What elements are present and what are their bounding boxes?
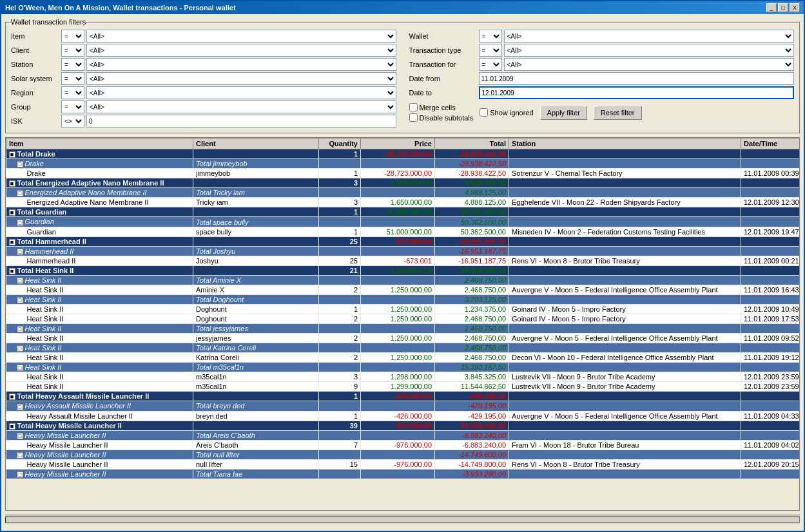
- collapse-icon[interactable]: □: [17, 404, 23, 410]
- collapse-icon[interactable]: □: [17, 161, 23, 167]
- table-row[interactable]: □Heavy Missile Launcher II Total Tiana f…: [6, 469, 800, 479]
- table-row[interactable]: Heat Sink II Doghount 2 1.250.000,00 2.4…: [6, 314, 800, 324]
- horizontal-scrollbar[interactable]: [5, 515, 800, 524]
- cell-client: null lifter: [193, 459, 319, 469]
- filter-client-op[interactable]: =: [61, 44, 84, 57]
- cell-item: ■Total Heat Sink II: [6, 265, 193, 275]
- table-row[interactable]: Heavy Missile Launcher II Areis C'baoth …: [6, 440, 800, 450]
- merge-cells-checkbox-row[interactable]: Merge cells: [409, 103, 474, 111]
- close-button[interactable]: X: [790, 3, 800, 12]
- collapse-icon[interactable]: ■: [9, 268, 15, 274]
- table-row[interactable]: Heat Sink II m35cal1n 3 1.298.000,00 3.8…: [6, 372, 800, 382]
- table-row[interactable]: □Heat Sink II Total m35cal1n 15.390.187,…: [6, 363, 800, 372]
- table-row[interactable]: ■Total Energized Adaptive Nano Membrane …: [6, 178, 800, 188]
- filter-item-value[interactable]: <All>: [86, 30, 396, 43]
- collapse-icon[interactable]: □: [17, 345, 23, 352]
- minimize-button[interactable]: _: [766, 3, 777, 12]
- collapse-icon[interactable]: □: [17, 249, 23, 255]
- table-row[interactable]: ■Total Drake 1 -28.723.000,00 -28.938.42…: [6, 149, 800, 159]
- table-row[interactable]: □Drake Total jimmeybob -28.938.422,50: [6, 159, 800, 169]
- collapse-icon[interactable]: □: [17, 471, 23, 478]
- apply-filter-button[interactable]: Apply filter: [540, 106, 587, 120]
- filter-group-value[interactable]: <All>: [86, 100, 396, 113]
- table-row[interactable]: □Heavy Missile Launcher II Total Areis C…: [6, 430, 800, 440]
- col-header-price[interactable]: Price: [361, 138, 435, 149]
- table-row[interactable]: ■Total Guardian 1 51.000.000,00 50.362.5…: [6, 207, 800, 217]
- filter-solarsystem-value[interactable]: <All>: [86, 72, 396, 85]
- data-table-wrapper[interactable]: Item Client Quantity Price Total Station…: [5, 137, 800, 511]
- table-row[interactable]: □Guardian Total space bully 50.362.500,0…: [6, 217, 800, 227]
- table-row[interactable]: □Heat Sink II Total Aminie X 2.468.750,0…: [6, 275, 800, 285]
- collapse-icon[interactable]: ■: [9, 239, 15, 245]
- filter-station-value[interactable]: <All>: [86, 58, 396, 71]
- table-row[interactable]: ■Total Heavy Assault Missile Launcher II…: [6, 392, 800, 401]
- filter-station-op[interactable]: =: [61, 58, 84, 71]
- disable-subtotals-checkbox-row[interactable]: Disable subtotals: [409, 113, 474, 122]
- collapse-icon[interactable]: ■: [9, 180, 15, 187]
- collapse-icon[interactable]: ■: [9, 394, 15, 400]
- filter-client-value[interactable]: <All>: [86, 44, 396, 57]
- collapse-icon[interactable]: ■: [9, 151, 15, 158]
- filter-transtype-value[interactable]: <All>: [504, 44, 795, 57]
- filter-transtype-op[interactable]: =: [479, 44, 502, 57]
- table-row[interactable]: □Heavy Missile Launcher II Total null li…: [6, 450, 800, 459]
- filter-transfor-op[interactable]: =: [479, 58, 502, 71]
- filter-wallet-value[interactable]: <All>: [504, 30, 795, 43]
- disable-subtotals-checkbox[interactable]: [409, 113, 418, 122]
- table-row[interactable]: □Heavy Assault Missile Launcher II Total…: [6, 401, 800, 411]
- collapse-icon[interactable]: □: [17, 278, 23, 284]
- filter-region-value[interactable]: <All>: [86, 86, 396, 99]
- table-row[interactable]: □Hammerhead II Total Joshyu -16.951.187,…: [6, 246, 800, 256]
- collapse-icon[interactable]: □: [17, 433, 23, 439]
- collapse-icon[interactable]: □: [17, 190, 23, 196]
- collapse-icon[interactable]: □: [17, 297, 23, 303]
- cell-qty: [319, 159, 361, 169]
- col-header-station[interactable]: Station: [509, 138, 741, 149]
- table-row[interactable]: Heavy Assault Missile Launcher II breyn …: [6, 411, 800, 421]
- table-row[interactable]: □Heat Sink II Total Katrina Coreli 2.468…: [6, 343, 800, 353]
- table-row[interactable]: Heavy Missile Launcher II null lifter 15…: [6, 459, 800, 469]
- table-row[interactable]: Heat Sink II m35cal1n 9 1.299.000,00 11.…: [6, 382, 800, 392]
- table-row[interactable]: Heat Sink II Doghount 1 1.250.000,00 1.2…: [6, 305, 800, 314]
- col-header-client[interactable]: Client: [193, 138, 319, 149]
- table-row[interactable]: □Energized Adaptive Nano Membrane II Tot…: [6, 188, 800, 198]
- filter-transfor-value[interactable]: <All>: [504, 58, 795, 71]
- filter-dateto-input[interactable]: [479, 86, 795, 99]
- filter-wallet-op[interactable]: =: [479, 30, 502, 43]
- table-row[interactable]: ■Total Hammerhead II 25 -673.000,00 -16.…: [6, 236, 800, 246]
- collapse-icon[interactable]: ■: [9, 209, 15, 216]
- filter-datefrom-input[interactable]: [479, 72, 795, 85]
- table-row[interactable]: Heat Sink II Aminie X 2 1.250.000,00 2.4…: [6, 285, 800, 294]
- show-ignored-checkbox[interactable]: [480, 108, 488, 117]
- table-row[interactable]: Hammerhead II Joshyu 25 -673.001 -16.951…: [6, 256, 800, 265]
- collapse-icon[interactable]: ■: [9, 423, 15, 430]
- col-header-total[interactable]: Total: [435, 138, 509, 149]
- filter-item-op[interactable]: =: [61, 30, 84, 43]
- table-row[interactable]: ■Total Heavy Missile Launcher II 39 -913…: [6, 421, 800, 430]
- table-row[interactable]: ■Total Heat Sink II 21 1.263.857,14 26.4…: [6, 265, 800, 275]
- collapse-icon[interactable]: □: [17, 326, 23, 332]
- filter-solarsystem-op[interactable]: =: [61, 72, 84, 85]
- maximize-button[interactable]: □: [778, 3, 788, 12]
- merge-cells-checkbox[interactable]: [409, 103, 418, 111]
- col-header-quantity[interactable]: Quantity: [319, 138, 361, 149]
- col-header-datetime[interactable]: Date/Time: [741, 138, 800, 149]
- table-row[interactable]: Guardian space bully 1 51.000.000,00 50.…: [6, 227, 800, 236]
- table-row[interactable]: □Heat Sink II Total Doghount 3.703.125,0…: [6, 294, 800, 304]
- cell-item: □Hammerhead II: [6, 246, 193, 256]
- table-row[interactable]: Drake jimmeybob 1 -28.723.000,00 -28.938…: [6, 169, 800, 178]
- filter-isk-op[interactable]: <>: [61, 115, 84, 128]
- show-ignored-checkbox-row[interactable]: Show ignored: [480, 108, 533, 117]
- filter-group-op[interactable]: =: [61, 100, 84, 113]
- collapse-icon[interactable]: □: [17, 220, 23, 226]
- collapse-icon[interactable]: □: [17, 365, 23, 371]
- reset-filter-button[interactable]: Reset filter: [594, 106, 642, 120]
- table-row[interactable]: Heat Sink II Katrina Coreli 2 1.250.000,…: [6, 353, 800, 363]
- filter-region-op[interactable]: =: [61, 86, 84, 99]
- col-header-item[interactable]: Item: [6, 138, 193, 149]
- table-row[interactable]: Heat Sink II jessyjames 2 1.250.000,00 2…: [6, 334, 800, 343]
- collapse-icon[interactable]: □: [17, 452, 23, 459]
- table-row[interactable]: Energized Adaptive Nano Membrane II Tric…: [6, 198, 800, 207]
- filter-isk-input[interactable]: [86, 115, 396, 128]
- table-row[interactable]: □Heat Sink II Total jessyjames 2.468.750…: [6, 324, 800, 334]
